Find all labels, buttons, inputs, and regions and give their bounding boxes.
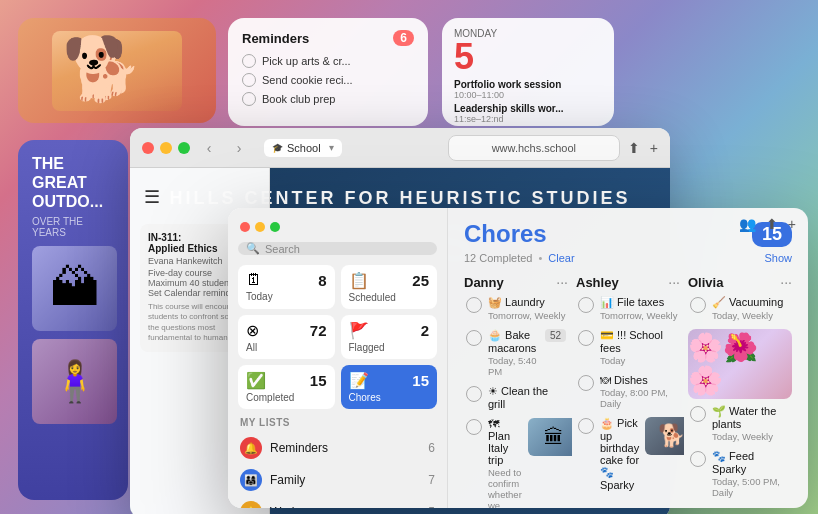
task-laundry[interactable]: 🧺 Laundry Tomorrow, Weekly <box>464 296 568 321</box>
task-cake-check[interactable] <box>578 418 594 434</box>
list-work-name: Work <box>270 505 420 508</box>
add-bookmark-icon[interactable]: + <box>650 140 658 156</box>
list-family-icon: 👨‍👩‍👧 <box>240 469 262 491</box>
column-olivia-header: Olivia ··· <box>688 270 792 296</box>
task-italy-content: 🗺 Plan Italy trip Need to confirm whethe… <box>488 418 522 508</box>
task-plants-check[interactable] <box>690 406 706 422</box>
calendar-widget[interactable]: Monday 5 Portfolio work session 10:00–11… <box>442 18 614 126</box>
reminders-close-btn[interactable] <box>240 222 250 232</box>
column-ashley-name: Ashley <box>576 275 619 290</box>
safari-actions: ⬆ + <box>628 140 658 156</box>
category-today[interactable]: 🗓 8 Today <box>238 265 335 309</box>
category-chores[interactable]: 📝 15 Chores <box>341 365 438 409</box>
reminders-columns: Danny ··· 🧺 Laundry Tomorrow, Weekly 🧁 B… <box>448 270 808 508</box>
list-reminders-count: 6 <box>428 441 435 455</box>
task-macarons[interactable]: 🧁 Bake macarons Today, 5:40 PM 52 <box>464 329 568 377</box>
minimize-button[interactable] <box>160 142 172 154</box>
task-plants-sub: Today, Weekly <box>712 431 790 442</box>
task-sparky-check[interactable] <box>690 451 706 467</box>
task-grill[interactable]: ☀ Clean the grill <box>464 385 568 410</box>
chores-label: Chores <box>349 392 430 403</box>
safari-address-bar[interactable]: www.hchs.school <box>448 135 620 161</box>
column-olivia-name: Olivia <box>688 275 723 290</box>
danny-options-icon[interactable]: ··· <box>556 274 568 290</box>
task-feed-sparky[interactable]: 🐾 Feed Sparky Today, 5:00 PM, Daily <box>688 450 792 498</box>
reminders-minimize-btn[interactable] <box>255 222 265 232</box>
task-italy-check[interactable] <box>466 419 482 435</box>
task-birthday-cake[interactable]: 🎂 Pick up birthday cake for 🐾 Sparky 🐕 <box>576 417 680 491</box>
olivia-options-icon[interactable]: ··· <box>780 274 792 290</box>
task-macarons-check[interactable] <box>466 330 482 346</box>
dog-image: 🐕 <box>52 31 182 111</box>
reminders-sidebar: 🔍 Search 🗓 8 Today 📋 25 Scheduled <box>228 208 448 508</box>
category-completed[interactable]: ✅ 15 Completed <box>238 365 335 409</box>
list-work-count: 5 <box>428 505 435 508</box>
clear-button[interactable]: Clear <box>548 252 574 264</box>
task-taxes[interactable]: 📊 File taxes Tomorrow, Weekly <box>576 296 680 321</box>
share-icon[interactable]: ⬆ <box>628 140 640 156</box>
outdoor-title: THE GREAT OUTDO... <box>32 154 114 212</box>
reminders-search[interactable]: 🔍 Search <box>238 242 437 255</box>
dog-widget: 🐕 <box>18 18 216 123</box>
task-macarons-sub: Today, 5:40 PM <box>488 355 539 377</box>
task-dishes-sub: Today, 8:00 PM, Daily <box>600 387 678 409</box>
category-all[interactable]: ⊗ 72 All <box>238 315 335 359</box>
task-school-fees-content: 💳 !!! School fees Today <box>600 329 678 366</box>
reminders-widget[interactable]: Reminders 6 Pick up arts & cr... Send co… <box>228 18 428 126</box>
scheduled-count: 25 <box>412 272 429 289</box>
task-school-fees-check[interactable] <box>578 330 594 346</box>
column-ashley-header: Ashley ··· <box>576 270 680 296</box>
task-dishes-check[interactable] <box>578 375 594 391</box>
reminders-main-title: Chores <box>464 220 547 248</box>
reminders-toolbar: 👥 ⬆ + <box>739 216 796 232</box>
show-button[interactable]: Show <box>764 252 792 264</box>
outdoor-image-2: 🧍‍♀️ <box>32 339 117 424</box>
list-family-name: Family <box>270 473 420 487</box>
task-taxes-title: 📊 File taxes <box>600 296 678 309</box>
task-grill-title: ☀ Clean the grill <box>488 385 566 410</box>
task-taxes-sub: Tomorrow, Weekly <box>600 310 678 321</box>
completed-icon: ✅ <box>246 371 266 390</box>
task-plants-content: 🌱 Water the plants Today, Weekly <box>712 405 790 442</box>
outdoor-sub: OVER THE YEARS <box>32 216 114 238</box>
list-family[interactable]: 👨‍👩‍👧 Family 7 <box>228 464 447 496</box>
maximize-button[interactable] <box>178 142 190 154</box>
category-scheduled[interactable]: 📋 25 Scheduled <box>341 265 438 309</box>
close-button[interactable] <box>142 142 154 154</box>
reminders-maximize-btn[interactable] <box>270 222 280 232</box>
share-icon[interactable]: ⬆ <box>766 216 778 232</box>
scheduled-label: Scheduled <box>349 292 430 303</box>
task-vacuuming-check[interactable] <box>690 297 706 313</box>
category-flagged[interactable]: 🚩 2 Flagged <box>341 315 438 359</box>
task-sparky-sub: Today, 5:00 PM, Daily <box>712 476 790 498</box>
task-vacuuming[interactable]: 🧹 Vacuuming Today, Weekly <box>688 296 792 321</box>
ashley-options-icon[interactable]: ··· <box>668 274 680 290</box>
back-button[interactable]: ‹ <box>198 137 220 159</box>
people-icon[interactable]: 👥 <box>739 216 756 232</box>
task-vacuuming-title: 🧹 Vacuuming <box>712 296 790 309</box>
safari-tab-school[interactable]: 🎓 School ▾ <box>264 139 342 157</box>
task-laundry-check[interactable] <box>466 297 482 313</box>
column-danny-header: Danny ··· <box>464 270 568 296</box>
task-school-fees[interactable]: 💳 !!! School fees Today <box>576 329 680 366</box>
task-vacuuming-sub: Today, Weekly <box>712 310 790 321</box>
task-plants-title: 🌱 Water the plants <box>712 405 790 430</box>
outdoor-widget: THE GREAT OUTDO... OVER THE YEARS 🏔 🧍‍♀️ <box>18 140 128 500</box>
task-grill-check[interactable] <box>466 386 482 402</box>
flagged-count: 2 <box>421 322 429 339</box>
forward-button[interactable]: › <box>228 137 250 159</box>
task-taxes-check[interactable] <box>578 297 594 313</box>
task-dishes[interactable]: 🍽 Dishes Today, 8:00 PM, Daily <box>576 374 680 409</box>
task-italy[interactable]: 🗺 Plan Italy trip Need to confirm whethe… <box>464 418 568 508</box>
scheduled-icon: 📋 <box>349 271 369 290</box>
cal-event-title-2: Leadership skills wor... <box>454 103 602 114</box>
list-work-icon: ⭐ <box>240 501 262 508</box>
task-school-fees-sub: Today <box>600 355 678 366</box>
list-family-count: 7 <box>428 473 435 487</box>
all-label: All <box>246 342 327 353</box>
list-work[interactable]: ⭐ Work 5 <box>228 496 447 508</box>
add-icon[interactable]: + <box>788 216 796 232</box>
task-water-plants[interactable]: 🌱 Water the plants Today, Weekly <box>688 405 792 442</box>
list-reminders[interactable]: 🔔 Reminders 6 <box>228 432 447 464</box>
lists-title: My Lists <box>228 417 447 432</box>
